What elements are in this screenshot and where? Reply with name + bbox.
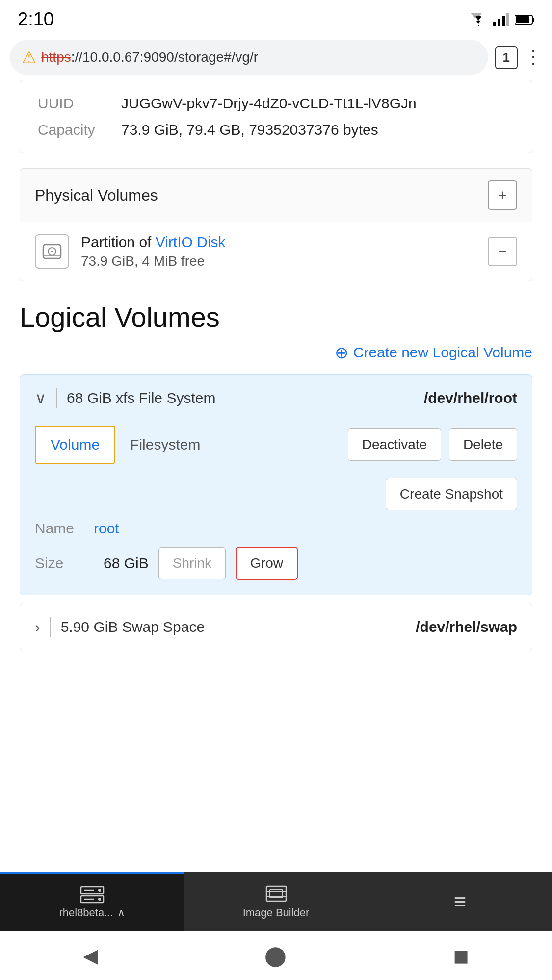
svg-point-9 [51, 251, 53, 252]
lv-header-info: 68 GiB xfs File System /dev/rhel/root [67, 390, 517, 406]
logical-volumes-section: Logical Volumes ⊕ Create new Logical Vol… [20, 301, 532, 651]
tab-count[interactable]: 1 [495, 46, 518, 69]
nav-label-imagebuilder: Image Builder [243, 906, 310, 919]
uuid-row: UUID JUGGwV-pkv7-Drjy-4dZ0-vCLD-Tt1L-lV8… [38, 95, 514, 112]
home-button[interactable]: ⬤ [264, 944, 287, 967]
lv-name-row: Name root [35, 520, 517, 537]
lv-tabs-row: Volume Filesystem Deactivate Delete [20, 422, 532, 468]
lv-snapshot-row: Create Snapshot [35, 478, 517, 510]
lv-collapsed-info: 5.90 GiB Swap Space /dev/rhel/swap [61, 619, 517, 635]
url-rest: ://10.0.0.67:9090/storage#/vg/r [71, 50, 258, 65]
shrink-button[interactable]: Shrink [158, 547, 226, 579]
nav-item-menu[interactable]: ≡ [368, 872, 552, 931]
svg-point-13 [98, 889, 101, 892]
lv-size-label: Size [35, 555, 94, 572]
lv-collapsed-description: 5.90 GiB Swap Space [61, 619, 205, 635]
info-card: UUID JUGGwV-pkv7-Drjy-4dZ0-vCLD-Tt1L-lV8… [20, 80, 532, 153]
lv-size-value: 68 GiB [104, 555, 149, 572]
pv-header: Physical Volumes + [20, 169, 532, 222]
physical-volumes-card: Physical Volumes + Partition of VirtIO D… [20, 168, 532, 281]
grow-button[interactable]: Grow [236, 547, 298, 580]
svg-rect-2 [502, 16, 505, 26]
lv-header-path: /dev/rhel/root [424, 390, 517, 406]
browser-bar: ⚠ https://10.0.0.67:9090/storage#/vg/r 1… [0, 35, 552, 80]
lv-tab-actions: Deactivate Delete [348, 428, 517, 461]
svg-rect-3 [506, 13, 509, 26]
server-icon [80, 886, 105, 904]
bottom-nav: rhel8beta... ∧ Image Builder ≡ [0, 872, 552, 931]
pv-virtio-link[interactable]: VirtIO Disk [156, 234, 226, 250]
signal-icon [493, 13, 509, 26]
lv-collapsed-divider [50, 617, 51, 637]
url-https: https [41, 50, 71, 65]
capacity-label: Capacity [38, 122, 121, 138]
pv-partition-text: Partition of [81, 234, 156, 250]
capacity-value: 73.9 GiB, 79.4 GB, 79352037376 bytes [121, 122, 378, 138]
status-time: 2:10 [18, 9, 54, 30]
logical-volumes-title: Logical Volumes [20, 301, 532, 333]
lv-header-description: 68 GiB xfs File System [67, 390, 215, 406]
battery-icon [515, 14, 534, 25]
create-snapshot-button[interactable]: Create Snapshot [386, 478, 517, 510]
lv-expanded-card: ∨ 68 GiB xfs File System /dev/rhel/root … [20, 374, 532, 595]
recents-button[interactable]: ◼ [453, 944, 469, 967]
url-bar[interactable]: ⚠ https://10.0.0.67:9090/storage#/vg/r [10, 40, 488, 75]
pv-size-info: 73.9 GiB, 4 MiB free [81, 253, 476, 269]
hamburger-menu-icon[interactable]: ≡ [454, 889, 467, 914]
tab-filesystem[interactable]: Filesystem [115, 422, 215, 468]
svg-point-14 [98, 898, 101, 901]
back-button[interactable]: ◀ [83, 944, 98, 967]
lv-collapse-chevron[interactable]: ∨ [35, 389, 46, 407]
status-icons [470, 13, 534, 26]
svg-rect-1 [498, 19, 500, 26]
lv-card-header: ∨ 68 GiB xfs File System /dev/rhel/root [20, 375, 532, 422]
pv-title: Physical Volumes [35, 186, 158, 204]
deactivate-button[interactable]: Deactivate [348, 428, 441, 461]
create-lv-label: Create new Logical Volume [353, 344, 532, 361]
lv-name-label: Name [35, 520, 94, 537]
svg-rect-6 [516, 16, 529, 23]
tab-volume[interactable]: Volume [35, 426, 115, 464]
lv-name-value: root [94, 520, 119, 537]
lv-size-row: Size 68 GiB Shrink Grow [35, 547, 517, 580]
wifi-icon [470, 13, 487, 26]
android-nav: ◀ ⬤ ◼ [0, 931, 552, 980]
uuid-label: UUID [38, 95, 121, 112]
page-content: UUID JUGGwV-pkv7-Drjy-4dZ0-vCLD-Tt1L-lV8… [0, 80, 552, 651]
status-bar: 2:10 [0, 0, 552, 35]
pv-info: Partition of VirtIO Disk 73.9 GiB, 4 MiB… [81, 234, 476, 269]
url-text: https://10.0.0.67:9090/storage#/vg/r [41, 50, 258, 65]
uuid-value: JUGGwV-pkv7-Drjy-4dZ0-vCLD-Tt1L-lV8GJn [121, 95, 417, 112]
nav-item-imagebuilder[interactable]: Image Builder [184, 872, 368, 931]
capacity-row: Capacity 73.9 GiB, 79.4 GB, 79352037376 … [38, 122, 514, 138]
delete-button[interactable]: Delete [449, 428, 517, 461]
lv-body: Create Snapshot Name root Size 68 GiB Sh… [20, 468, 532, 595]
nav-label-rhel: rhel8beta... [59, 906, 113, 919]
imagebuilder-icon [264, 884, 289, 904]
pv-partition-desc: Partition of VirtIO Disk [81, 234, 476, 251]
url-warning-icon: ⚠ [22, 48, 36, 67]
lv-collapsed-card: › 5.90 GiB Swap Space /dev/rhel/swap [20, 603, 532, 651]
disk-icon [35, 234, 69, 269]
lv-collapsed-path: /dev/rhel/swap [416, 619, 517, 635]
nav-item-rhel[interactable]: rhel8beta... ∧ [0, 872, 184, 931]
browser-menu-icon[interactable]: ⋮ [525, 47, 542, 68]
remove-physical-volume-button[interactable]: − [488, 237, 517, 266]
svg-rect-0 [493, 22, 496, 26]
pv-item: Partition of VirtIO Disk 73.9 GiB, 4 MiB… [20, 222, 532, 281]
create-lv-icon: ⊕ [335, 343, 348, 362]
lv-tabs: Volume Filesystem [35, 422, 215, 468]
add-physical-volume-button[interactable]: + [488, 180, 517, 210]
svg-rect-5 [533, 18, 534, 22]
lv-expand-chevron[interactable]: › [35, 618, 40, 636]
nav-arrow-rhel: ∧ [117, 906, 125, 919]
lv-header-divider [56, 388, 57, 408]
create-logical-volume-link[interactable]: ⊕ Create new Logical Volume [20, 343, 532, 362]
